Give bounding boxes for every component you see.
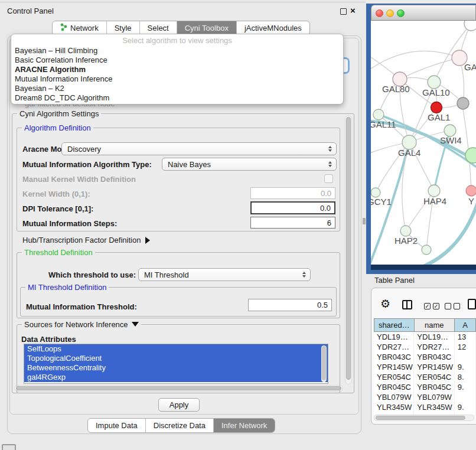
table-row[interactable]: YDL19…YDL19…13 xyxy=(374,332,476,342)
aracne-mode-combo[interactable]: Discovery xyxy=(61,142,337,155)
table-row[interactable]: YBL079WYBL079W xyxy=(374,392,476,402)
window-shadow xyxy=(371,265,476,270)
table-row[interactable]: YLR345WYLR345W9. xyxy=(374,402,476,412)
new-table-icon[interactable] xyxy=(468,299,476,309)
node-label-swi4: SWI4 xyxy=(440,135,462,145)
columns-icon[interactable] xyxy=(402,300,412,309)
network-node-hap4[interactable] xyxy=(428,185,440,197)
attributes-vscrollbar-thumb[interactable] xyxy=(322,346,326,380)
network-view-canvas[interactable]: GALGAL80GAL10GAL1GAL11SWI4GAL4GCY1HAP4YH… xyxy=(371,21,476,265)
algorithm-option-dream8-dc-tdc-algorithm[interactable]: Dream8 DC_TDC Algorithm xyxy=(11,93,343,103)
network-edge[interactable] xyxy=(420,203,476,265)
tab-network[interactable]: Network xyxy=(53,21,106,35)
algorithm-option-aracne-algorithm[interactable]: ARACNE Algorithm xyxy=(11,65,343,74)
network-node-gal11[interactable] xyxy=(373,109,384,120)
close-panel-icon[interactable]: × xyxy=(350,5,356,15)
cell-v: 9. xyxy=(455,362,476,372)
kernel-width-field[interactable]: 0.0 xyxy=(250,187,335,199)
mi-algorithm-type-combo[interactable]: Naive Bayes xyxy=(162,158,337,171)
expanded-caret-icon xyxy=(132,322,139,327)
hub-section-toggle[interactable]: Hub/Transcription Factor Definition xyxy=(22,236,150,244)
table-row[interactable]: YPR145WYPR145W9. xyxy=(374,362,476,372)
settings-vscrollbar-thumb[interactable] xyxy=(346,117,351,380)
tab-select[interactable]: Select xyxy=(139,21,177,35)
algorithm-option-basic-correlation-inference[interactable]: Basic Correlation Inference xyxy=(11,56,343,65)
unchecked-box-icon[interactable] xyxy=(454,303,460,309)
top-strip xyxy=(366,0,476,4)
minimize-traffic-light[interactable] xyxy=(386,9,394,17)
algorithm-definition-title: Algorithm Definition xyxy=(22,123,93,132)
mi-threshold-label: Mutual Information Threshold: xyxy=(26,302,137,311)
table-row[interactable]: YDR27…YDR27…12 xyxy=(374,342,476,352)
attribute-item-selfloops[interactable]: SelfLoops xyxy=(24,344,328,354)
attribute-item-betweennesscentrality[interactable]: BetweennessCentrality xyxy=(24,363,328,373)
zoom-traffic-light[interactable] xyxy=(397,9,405,17)
cell-v: 9. xyxy=(455,402,476,412)
tab-style[interactable]: Style xyxy=(106,21,139,35)
table-hscrollbar-thumb[interactable] xyxy=(376,416,465,420)
cell-shared: YER054C xyxy=(374,372,414,382)
cell-name: YLR345W xyxy=(414,402,454,412)
mi-steps-label: Mutual Information Steps: xyxy=(22,219,117,228)
network-window-titlebar[interactable] xyxy=(371,5,476,21)
network-edge[interactable] xyxy=(371,51,459,70)
dpi-tolerance-field[interactable]: 0.0 xyxy=(250,201,335,214)
mi-steps-field[interactable]: 6 xyxy=(250,217,335,229)
unchecked-box-icon[interactable] xyxy=(445,303,451,309)
checked-box-icon[interactable]: ✓ xyxy=(433,303,439,309)
algorithm-option-bayesian-k2[interactable]: Bayesian – K2 xyxy=(11,84,343,93)
gear-icon[interactable]: ⚙ xyxy=(380,297,390,311)
table-row[interactable]: YER054CYER054C8. xyxy=(374,372,476,382)
manual-kernel-checkbox[interactable] xyxy=(324,174,333,183)
settings-vscrollbar[interactable] xyxy=(345,115,352,384)
data-attributes-list: SelfLoopsTopologicalCoefficientBetweenne… xyxy=(24,344,328,384)
node-label-gal1: GAL1 xyxy=(428,112,450,122)
tab-jactivemnodules[interactable]: jActiveMNodules xyxy=(236,21,309,35)
minimized-panel-chip[interactable] xyxy=(2,444,16,450)
network-node[interactable] xyxy=(464,21,476,31)
network-node-swi4[interactable] xyxy=(444,125,456,136)
panel-splitter-handle[interactable] xyxy=(363,218,366,224)
tab-cyni-toolbox[interactable]: Cyni Toolbox xyxy=(177,21,236,35)
network-node[interactable] xyxy=(457,97,469,109)
tab-discretize-data[interactable]: Discretize Data xyxy=(145,419,213,432)
float-panel-icon[interactable] xyxy=(340,8,347,15)
algorithm-option-mutual-information-inference[interactable]: Mutual Information Inference xyxy=(11,74,343,84)
network-node-hap2[interactable] xyxy=(400,226,411,236)
which-threshold-value: MI Threshold xyxy=(139,270,300,279)
aracne-mode-value: Discovery xyxy=(62,145,326,154)
mi-algorithm-type-value: Naive Bayes xyxy=(162,160,326,169)
tab-impute-data[interactable]: Impute Data xyxy=(88,419,145,432)
tab-infer-network-label: Infer Network xyxy=(221,421,267,430)
apply-button[interactable]: Apply xyxy=(158,398,200,412)
node-table: shared…nameA YDL19…YDL19…13YDR27…YDR27…1… xyxy=(374,318,476,415)
network-node-gal1[interactable] xyxy=(431,102,442,113)
cell-shared: YDL19… xyxy=(374,332,414,342)
which-threshold-combo[interactable]: MI Threshold xyxy=(138,268,311,281)
table-hscrollbar[interactable] xyxy=(374,415,474,421)
attributes-vscrollbar[interactable] xyxy=(321,345,327,382)
node-label-gal10: GAL10 xyxy=(422,87,450,97)
table-row[interactable]: YBR043CYBR043C xyxy=(374,352,476,362)
checked-box-icon[interactable]: ✓ xyxy=(424,303,431,309)
tab-infer-network[interactable]: Infer Network xyxy=(213,419,275,432)
tab-network-label: Network xyxy=(70,24,99,32)
network-node-gal10[interactable] xyxy=(428,76,441,89)
network-node[interactable] xyxy=(422,245,431,255)
attribute-item-topologicalcoefficient[interactable]: TopologicalCoefficient xyxy=(24,354,328,363)
sources-title-toggle[interactable]: Sources for Network Inference xyxy=(22,320,141,329)
table-row[interactable]: YBR045CYBR045C9. xyxy=(374,382,476,392)
column-header-a[interactable]: A xyxy=(455,318,476,332)
column-header-shared-[interactable]: shared… xyxy=(374,318,415,332)
mi-threshold-field[interactable]: 0.5 xyxy=(248,299,332,311)
network-edge[interactable] xyxy=(400,58,459,79)
close-traffic-light[interactable] xyxy=(376,9,383,17)
attribute-item-gal4rgexp[interactable]: gal4RGexp xyxy=(24,373,328,382)
network-node-gcy1[interactable] xyxy=(371,188,380,197)
cell-v xyxy=(455,352,476,362)
tab-discretize-data-label: Discretize Data xyxy=(154,421,206,430)
algorithm-option-bayesian-hill-climbing[interactable]: Bayesian – Hill Climbing xyxy=(11,46,343,56)
network-node-y[interactable] xyxy=(466,185,476,196)
tab-select-label: Select xyxy=(148,24,169,32)
column-header-name[interactable]: name xyxy=(415,318,455,332)
